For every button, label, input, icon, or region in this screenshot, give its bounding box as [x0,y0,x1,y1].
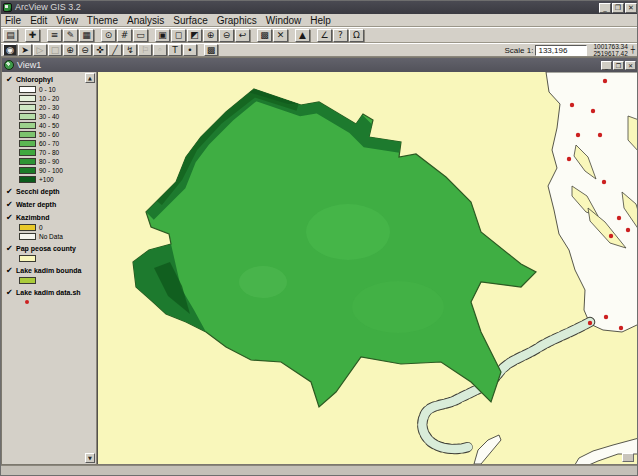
legend-class-label: 0 - 10 [39,86,56,93]
map-svg [98,72,638,464]
theme-properties-button[interactable]: ≡ [47,29,62,42]
theme-header[interactable]: ✔Chlorophyl [6,75,86,84]
legend-swatch [19,233,36,240]
legend-scroll-up-icon[interactable]: ▲ [85,73,95,83]
menu-surface[interactable]: Surface [173,15,207,26]
zoom-out-tool-button[interactable]: ⊖ [78,44,92,56]
zoom-out-icon: ⊖ [223,31,231,40]
checkbox-checked-icon[interactable]: ✔ [6,188,16,196]
data-point [604,315,608,319]
legend-swatch [19,167,36,174]
histogram-button[interactable]: ▲ [295,29,310,42]
toolbar-group: ▲ [295,29,311,42]
zoom-selected-button[interactable]: ◩ [187,29,202,42]
legend-swatch [19,86,36,93]
view-title-bar[interactable]: View1 _ ❐ ✕ [2,58,638,72]
legend-class: +100 [19,175,86,183]
map-canvas[interactable] [97,72,638,464]
menu-help[interactable]: Help [310,15,331,26]
menu-window[interactable]: Window [266,15,302,26]
draw-point-tool-button[interactable]: • [183,44,197,56]
maximize-button[interactable]: ❐ [612,3,624,13]
open-theme-table-button[interactable]: ▦ [79,29,94,42]
identify-button[interactable]: ◉ [3,44,17,56]
zoom-full-extent-button[interactable]: ▣ [155,29,170,42]
checkbox-checked-icon[interactable]: ✔ [6,214,16,222]
title-bar[interactable]: ArcView GIS 3.2 _ ❐ ✕ [1,1,638,14]
theme-name: Kazimbnd [16,213,49,222]
clear-selection-button[interactable]: ✕ [273,29,288,42]
theme-name: Lake kadim data.sh [16,288,81,297]
legend-class: 40 - 50 [19,121,86,129]
legend-class-label: 30 - 40 [39,113,59,120]
query-builder-button[interactable]: # [117,29,132,42]
legend-class: 90 - 100 [19,166,86,174]
pan-tool-button[interactable]: ✜ [93,44,107,56]
view-close-button[interactable]: ✕ [625,61,636,70]
omega-tool-icon: Ω [353,31,360,40]
zoom-active-theme-button[interactable]: ◻ [171,29,186,42]
slope-button[interactable]: ∠ [317,29,332,42]
zoom-in-icon: ⊕ [207,31,215,40]
add-theme-button[interactable]: ✚ [25,29,40,42]
find-icon: ⊙ [105,31,113,40]
menu-view[interactable]: View [56,15,78,26]
zoom-out-tool-icon: ⊖ [81,46,89,55]
pointer-button[interactable]: ➤ [18,44,32,56]
legend-class-label: +100 [39,176,54,183]
omega-tool-button[interactable]: Ω [349,29,364,42]
help-pointer-button[interactable]: ? [333,29,348,42]
scale-input[interactable] [535,45,587,56]
checkbox-checked-icon[interactable]: ✔ [6,201,16,209]
close-button[interactable]: ✕ [625,3,637,13]
theme-header[interactable]: ✔Lake kadim bounda [6,266,86,275]
zoom-in-button[interactable]: ⊕ [203,29,218,42]
zoom-in-tool-button[interactable]: ⊕ [63,44,77,56]
view-restore-button[interactable]: ❐ [613,61,624,70]
vertex-edit-button[interactable]: ▷ [33,44,47,56]
measure-tool-button[interactable]: ╱ [108,44,122,56]
coordinate-readout: 1001763.34 2519617.42 [593,43,627,57]
resize-grip[interactable] [622,453,634,462]
legend-swatch [19,122,36,129]
view-minimize-button[interactable]: _ [601,61,612,70]
vertex-edit-icon: ▷ [37,46,44,55]
toolbar-group: ∠?Ω [317,29,365,42]
tool-bar: ◉➤▷□⊕⊖✜╱↯⚐◦T•▩ Scale 1: 1001763.34 25196… [1,43,638,57]
theme-header[interactable]: ✔Secchi depth [6,187,86,196]
menu-analysis[interactable]: Analysis [127,15,164,26]
legend-class-label: No Data [39,233,63,240]
menu-file[interactable]: File [5,15,21,26]
label-tool-button[interactable]: ⚐ [138,44,152,56]
checkbox-checked-icon[interactable]: ✔ [6,76,16,84]
edit-legend-button[interactable]: ✎ [63,29,78,42]
save-project-button[interactable]: ▤ [3,29,18,42]
menu-edit[interactable]: Edit [30,15,47,26]
zoom-previous-button[interactable]: ↩ [235,29,250,42]
theme-header[interactable]: ✔Kazimbnd [6,213,86,222]
hotlink-tool-button[interactable]: ↯ [123,44,137,56]
coordinate-x: 1001763.34 [593,43,627,50]
data-point [588,321,592,325]
zoom-out-button[interactable]: ⊖ [219,29,234,42]
minimize-button[interactable]: _ [599,3,611,13]
theme-header[interactable]: ✔Lake kadim data.sh [6,288,86,297]
menu-graphics[interactable]: Graphics [217,15,257,26]
snap-tool-button[interactable]: ▩ [204,44,218,56]
checkbox-checked-icon[interactable]: ✔ [6,289,16,297]
point-symbol-icon [25,300,29,304]
checkbox-checked-icon[interactable]: ✔ [6,267,16,275]
promote-button[interactable]: ▭ [133,29,148,42]
lake-light-patch [352,281,444,333]
text-tool-button[interactable]: T [168,44,182,56]
area-tool-button[interactable]: ◦ [153,44,167,56]
legend-scroll-down-icon[interactable]: ▼ [85,453,95,463]
theme-header[interactable]: ✔Water depth [6,200,86,209]
menu-theme[interactable]: Theme [87,15,118,26]
find-button[interactable]: ⊙ [101,29,116,42]
checkbox-checked-icon[interactable]: ✔ [6,245,16,253]
select-box-button[interactable]: □ [48,44,62,56]
theme-header[interactable]: ✔Pap peosa county [6,244,86,253]
legend-theme-kazimbnd: ✔Kazimbnd0No Data [6,213,86,240]
select-features-button[interactable]: ▩ [257,29,272,42]
